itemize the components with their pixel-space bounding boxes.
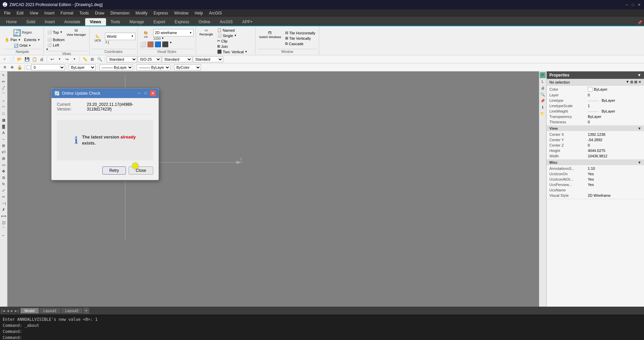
add-tab-btn[interactable]: + — [83, 308, 89, 314]
tab-layout2[interactable]: Layout2 — [61, 308, 82, 313]
menu-arcgis[interactable]: ArcGIS — [206, 10, 225, 16]
tab-model[interactable]: Model — [21, 308, 39, 313]
block-btn[interactable]: ⊞ — [1, 143, 7, 149]
view-section-header[interactable]: View ▼ — [547, 126, 644, 131]
bylayer-linetype-select[interactable]: ——— ByLayer — [99, 64, 133, 70]
close-dialog-button[interactable]: Close — [129, 166, 153, 175]
menu-tools[interactable]: Tools — [77, 10, 92, 16]
iso-select[interactable]: ISO-25 — [138, 56, 161, 62]
text-btn[interactable]: A — [1, 130, 7, 136]
tab-layout1[interactable]: Layout1 — [39, 308, 61, 313]
tab-export[interactable]: Export — [149, 18, 170, 26]
style-select-2[interactable]: Standard — [193, 56, 223, 62]
mirror-btn[interactable]: ⟺ — [1, 213, 7, 219]
fillet-btn[interactable]: ⌒ — [1, 226, 7, 232]
layer-lock-btn[interactable]: 🔒 — [16, 64, 23, 71]
chamfer-btn[interactable]: ⌐ — [1, 232, 7, 238]
rectangle-btn[interactable]: ▭ Rectangle — [198, 28, 214, 55]
vs-icon-btn[interactable]: 🎨 VS — [140, 30, 152, 39]
menu-insert[interactable]: Insert — [42, 10, 57, 16]
tab-app-plus[interactable]: APP+ — [237, 18, 257, 26]
open-btn[interactable]: 📂 — [16, 56, 23, 63]
sel-icon1[interactable]: ⊞ — [630, 80, 633, 84]
tab-home[interactable]: Home — [1, 18, 22, 26]
pan-button[interactable]: ✋ Pan ▼ — [3, 37, 22, 42]
redo-btn[interactable]: ↪ — [64, 56, 70, 63]
tab-insert[interactable]: Insert — [40, 18, 60, 26]
menu-window[interactable]: Window — [171, 10, 191, 16]
tab-arcgis[interactable]: ArcGIS — [215, 18, 238, 26]
tab-online[interactable]: Online — [194, 18, 215, 26]
sel-icon3[interactable]: ✕ — [638, 80, 641, 84]
trim-btn[interactable]: ✂ — [1, 194, 7, 200]
print-btn[interactable]: 🖨 — [38, 56, 45, 63]
folder-btn[interactable]: 📁 — [540, 111, 546, 117]
undo-btn[interactable]: ↩ — [49, 56, 56, 63]
extents-button[interactable]: Extents ▼ — [23, 37, 42, 42]
named-btn[interactable]: 📋 Named — [216, 28, 253, 33]
view-manager-button[interactable]: 🗂 View Manager — [65, 28, 87, 37]
redo-arrow[interactable]: ▼ — [71, 56, 78, 63]
rotate-btn[interactable]: ↻ — [1, 181, 7, 187]
scale-btn[interactable]: ⤢ — [1, 187, 7, 193]
bylayer-color-select[interactable]: ByLayer — [69, 64, 96, 70]
snap-r-btn[interactable]: 📌 — [540, 98, 546, 104]
attdef-btn[interactable]: 🏷 — [1, 149, 7, 155]
properties-collapse[interactable]: ▼ — [637, 73, 641, 78]
tab-next-btn[interactable]: ► — [10, 309, 13, 313]
cascade-btn[interactable]: ⧉ Cascade — [284, 41, 317, 46]
single-btn[interactable]: ⬜ Single ▼ — [216, 33, 253, 38]
extend-btn[interactable]: →| — [1, 200, 7, 206]
sel-icon2[interactable]: ⊠ — [634, 80, 637, 84]
vs-dropdown[interactable]: 2D wireframe ▼ — [153, 29, 194, 36]
two-vertical-btn[interactable]: ⬛ Two: Vertical ▼ — [216, 49, 253, 54]
bottom-view-button[interactable]: ⬜ Bottom — [46, 37, 66, 42]
info-btn[interactable]: ℹ — [540, 104, 546, 110]
misc-section-header[interactable]: Misc ▼ — [547, 160, 644, 165]
left-view-button[interactable]: ⬜ Left — [46, 42, 60, 48]
menu-file[interactable]: File — [1, 10, 13, 16]
menu-format[interactable]: Format — [58, 10, 76, 16]
dialog-maximize-btn[interactable]: □ — [143, 90, 148, 96]
retry-button[interactable]: Retry — [102, 166, 126, 175]
tab-prev-btn[interactable]: ◄ — [6, 309, 10, 313]
menu-edit[interactable]: Edit — [14, 10, 26, 16]
style-select-1[interactable]: Standard — [162, 56, 192, 62]
switch-windows-btn[interactable]: 🗔 Switch Windows — [258, 30, 282, 39]
maximize-button[interactable]: □ — [631, 2, 635, 7]
save-as-btn[interactable]: 📋 — [31, 56, 38, 63]
hatch-btn[interactable]: ▦ — [1, 117, 7, 123]
tab-manage[interactable]: Manage — [125, 18, 149, 26]
orbit-button[interactable]: 🔃 Orbit ▼ — [12, 43, 33, 48]
vs-arrow-btn[interactable]: ▼ — [169, 41, 172, 48]
menu-dimension[interactable]: Dimension — [108, 10, 132, 16]
menu-draw[interactable]: Draw — [92, 10, 107, 16]
move-btn[interactable]: ✥ — [1, 168, 7, 174]
dialog-close-btn[interactable]: ✕ — [150, 90, 156, 96]
undo-arrow[interactable]: ▼ — [56, 56, 63, 63]
menu-express[interactable]: Express — [151, 10, 171, 16]
standard-select[interactable]: Standard — [107, 56, 137, 62]
new-btn[interactable]: 📄 — [9, 56, 15, 63]
expand-views-btn[interactable]: ▼ — [46, 48, 48, 51]
join-btn[interactable]: ⊞ Join — [216, 44, 253, 49]
tab-first-btn[interactable]: |◄ — [1, 309, 6, 313]
ucs-icon-btn[interactable]: 📐 UCS — [92, 34, 104, 43]
gradient-btn[interactable]: ▓ — [1, 123, 7, 129]
table-btn[interactable]: ⊞ — [1, 155, 7, 161]
zoom-r-btn[interactable]: 🔍 — [540, 91, 546, 97]
clip-btn[interactable]: ✂ Clip — [216, 38, 253, 43]
offset-btn[interactable]: ◫ — [1, 219, 7, 225]
plot-btn[interactable]: 🖨 — [540, 85, 546, 91]
bycolor-select[interactable]: ByColor — [174, 64, 201, 70]
layer-freeze-btn[interactable]: ❄ — [9, 64, 15, 71]
vs-btn2[interactable]: 🟫 — [147, 41, 154, 48]
copy-btn[interactable]: ⧉ — [1, 175, 7, 181]
tile-h-btn[interactable]: ⊟ Tile Horizontally — [284, 30, 317, 35]
tab-last-btn[interactable]: ►| — [14, 309, 19, 313]
vs-btn1[interactable]: ⬜ — [140, 41, 146, 48]
polyline-btn[interactable]: ⌒ — [1, 91, 7, 97]
close-button[interactable]: ✕ — [637, 2, 641, 7]
wipeout-btn[interactable]: ▭ — [1, 162, 7, 168]
select-btn[interactable]: ↖ — [1, 72, 7, 78]
